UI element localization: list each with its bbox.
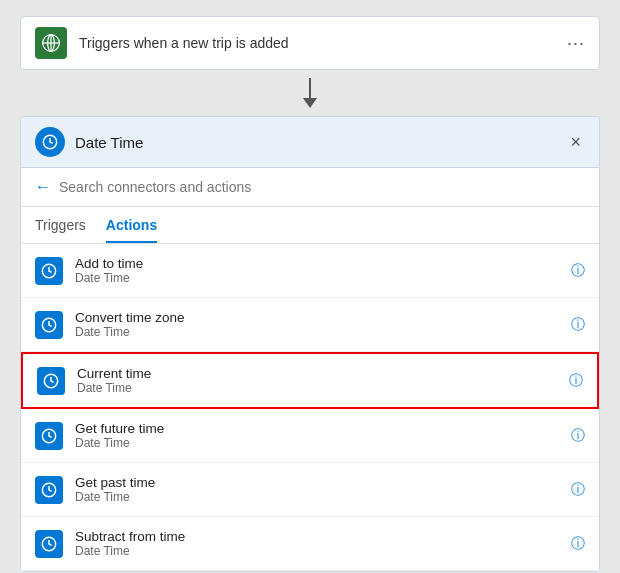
action-item-get-past-time[interactable]: Get past time Date Time ⓘ bbox=[21, 463, 599, 517]
trigger-menu-button[interactable]: ··· bbox=[567, 33, 585, 54]
arrow-line bbox=[309, 78, 311, 98]
action-item-add-to-time[interactable]: Add to time Date Time ⓘ bbox=[21, 244, 599, 298]
info-icon-current[interactable]: ⓘ bbox=[569, 372, 583, 390]
info-icon-future[interactable]: ⓘ bbox=[571, 427, 585, 445]
datetime-panel: Date Time × ← Triggers Actions bbox=[20, 116, 600, 572]
action-text-subtract: Subtract from time Date Time bbox=[75, 529, 559, 558]
info-icon-subtract[interactable]: ⓘ bbox=[571, 535, 585, 553]
clock-icon-future bbox=[41, 428, 57, 444]
action-text-current: Current time Date Time bbox=[77, 366, 557, 395]
action-text-add-to-time: Add to time Date Time bbox=[75, 256, 559, 285]
panel-header: Date Time × bbox=[21, 117, 599, 168]
clock-icon-current bbox=[43, 373, 59, 389]
action-item-convert-time-zone[interactable]: Convert time zone Date Time ⓘ bbox=[21, 298, 599, 352]
clock-icon-past bbox=[41, 482, 57, 498]
action-list: Add to time Date Time ⓘ Convert time zon… bbox=[21, 244, 599, 571]
back-button[interactable]: ← bbox=[35, 178, 51, 196]
tabs-container: Triggers Actions bbox=[21, 207, 599, 244]
search-bar: ← bbox=[21, 168, 599, 207]
info-icon-convert[interactable]: ⓘ bbox=[571, 316, 585, 334]
arrow-head bbox=[303, 98, 317, 108]
action-icon-convert bbox=[35, 311, 63, 339]
action-icon-future bbox=[35, 422, 63, 450]
trigger-icon bbox=[35, 27, 67, 59]
action-icon-current bbox=[37, 367, 65, 395]
clock-icon-add bbox=[41, 263, 57, 279]
globe-icon bbox=[41, 33, 61, 53]
action-icon-past bbox=[35, 476, 63, 504]
action-item-get-future-time[interactable]: Get future time Date Time ⓘ bbox=[21, 409, 599, 463]
tab-triggers[interactable]: Triggers bbox=[35, 207, 86, 243]
info-icon-past[interactable]: ⓘ bbox=[571, 481, 585, 499]
clock-icon-convert bbox=[41, 317, 57, 333]
datetime-panel-icon bbox=[35, 127, 65, 157]
trigger-text: Triggers when a new trip is added bbox=[79, 35, 555, 51]
clock-icon-subtract bbox=[41, 536, 57, 552]
panel-close-button[interactable]: × bbox=[566, 132, 585, 153]
trigger-block: Triggers when a new trip is added ··· bbox=[20, 16, 600, 70]
info-icon-add-to-time[interactable]: ⓘ bbox=[571, 262, 585, 280]
search-input[interactable] bbox=[59, 179, 585, 195]
action-icon-subtract bbox=[35, 530, 63, 558]
clock-icon-header bbox=[42, 134, 58, 150]
panel-title: Date Time bbox=[75, 134, 556, 151]
action-text-convert: Convert time zone Date Time bbox=[75, 310, 559, 339]
action-icon-add-to-time bbox=[35, 257, 63, 285]
action-item-subtract-from-time[interactable]: Subtract from time Date Time ⓘ bbox=[21, 517, 599, 571]
action-item-current-time[interactable]: Current time Date Time ⓘ bbox=[21, 352, 599, 409]
action-text-past: Get past time Date Time bbox=[75, 475, 559, 504]
main-container: Triggers when a new trip is added ··· Da… bbox=[16, 16, 604, 572]
action-text-future: Get future time Date Time bbox=[75, 421, 559, 450]
tab-actions[interactable]: Actions bbox=[106, 207, 157, 243]
connector-arrow bbox=[303, 70, 317, 116]
